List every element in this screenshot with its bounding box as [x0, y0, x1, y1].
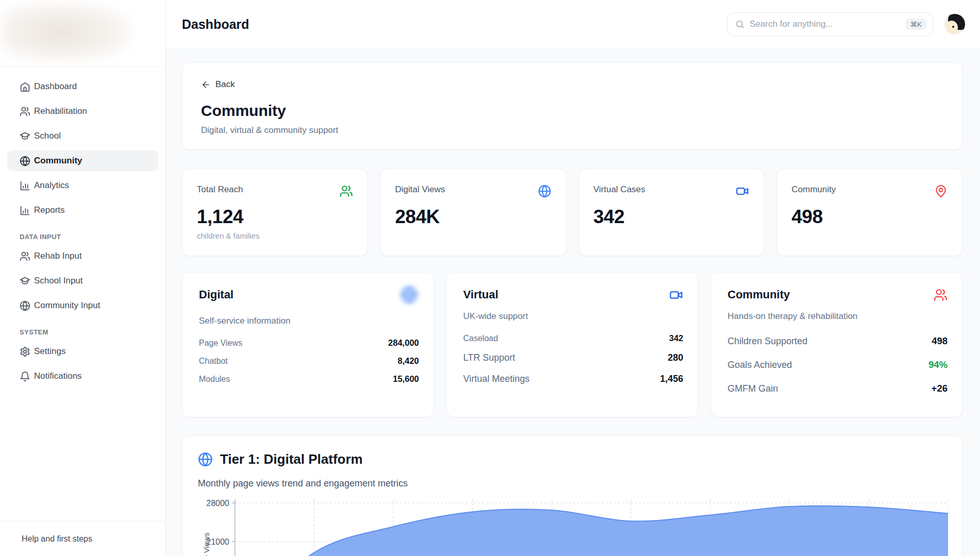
chart-subtitle: Monthly page views trend and engagement … [198, 478, 947, 489]
metric-label: Page Views [199, 339, 242, 348]
stat-label: Digital Views [395, 184, 445, 195]
avatar-eye [952, 26, 954, 28]
bar-chart-icon [20, 205, 30, 216]
sidebar-item-label: School Input [34, 276, 83, 286]
globe-icon [538, 184, 551, 198]
section-title: Community [201, 102, 943, 120]
sidebar-item-reports[interactable]: Reports [7, 200, 158, 221]
metric-label: Chatbot [199, 357, 228, 366]
video-camera-icon [669, 288, 683, 302]
sidebar-footer: Help and first steps [0, 521, 165, 556]
sidebar: Dashboard Rehabilitation School Communit… [0, 0, 166, 556]
stat-value: 342 [594, 206, 750, 228]
search-input[interactable] [750, 19, 905, 29]
stat-cards-row: Total Reach 1,124 children & families Di… [182, 169, 962, 256]
metric-row-children-supported: Children Supported 498 [728, 329, 948, 353]
metric-label: Virtual Meetings [463, 374, 530, 384]
sidebar-item-label: Community Input [34, 300, 100, 311]
stat-value: 1,124 [197, 206, 353, 228]
sidebar-item-label: School [34, 131, 61, 141]
sidebar-section-system: SYSTEM [20, 328, 158, 336]
tier-cards-row: Digital Self-service information Page Vi… [182, 272, 962, 417]
metric-value: 342 [669, 333, 683, 343]
top-bar: Dashboard ⌘K [166, 0, 980, 49]
chart-title: Tier 1: Digital Platform [220, 451, 363, 467]
metric-row-caseload: Caseload 342 [463, 329, 683, 347]
sidebar-item-notifications[interactable]: Notifications [7, 366, 158, 386]
metric-value: 1,456 [660, 374, 683, 384]
stat-value: 498 [791, 206, 948, 228]
metric-value: +26 [932, 383, 948, 394]
tier-card-digital: Digital Self-service information Page Vi… [182, 272, 434, 417]
stat-label: Total Reach [197, 184, 243, 195]
video-camera-icon [736, 184, 749, 198]
app-logo [0, 0, 165, 67]
sidebar-item-settings[interactable]: Settings [7, 341, 158, 362]
tier-card-virtual: Virtual UK-wide support Caseload 342 LTR… [446, 272, 698, 417]
metric-row-virtual-meetings: Virtual Meetings 1,456 [463, 368, 683, 390]
stat-sublabel: children & families [197, 231, 353, 240]
sidebar-item-school[interactable]: School [7, 126, 158, 146]
home-icon [20, 81, 30, 92]
metric-value: 284,000 [388, 338, 419, 348]
sidebar-nav: Dashboard Rehabilitation School Communit… [7, 76, 158, 391]
metric-row-modules: Modules 15,600 [199, 370, 419, 388]
sidebar-section-data-input: DATA INPUT [20, 233, 158, 241]
sidebar-item-label: Rehab Input [34, 251, 82, 261]
tier-subtitle: Hands-on therapy & rehabilitation [728, 311, 948, 322]
users-icon [20, 106, 30, 117]
stat-card-total-reach: Total Reach 1,124 children & families [182, 169, 368, 256]
sidebar-item-label: Settings [34, 346, 65, 357]
gear-icon [20, 346, 30, 357]
sidebar-item-label: Community [34, 156, 82, 166]
metric-value: 8,420 [398, 356, 419, 366]
sidebar-item-community-input[interactable]: Community Input [7, 295, 158, 316]
sidebar-item-community[interactable]: Community [7, 150, 158, 171]
global-search[interactable]: ⌘K [727, 12, 933, 36]
back-button[interactable]: Back [201, 79, 235, 90]
tier1-digital-platform-card: Tier 1: Digital Platform Monthly page vi… [182, 435, 962, 556]
search-icon [735, 20, 745, 29]
stat-card-community: Community 498 [776, 169, 962, 256]
globe-icon-blurred [397, 283, 421, 307]
sidebar-item-school-input[interactable]: School Input [7, 271, 158, 291]
metric-value: 280 [668, 352, 683, 363]
globe-icon [198, 452, 213, 467]
tier-subtitle: Self-service information [199, 316, 419, 326]
user-avatar[interactable] [944, 14, 965, 35]
stat-label: Virtual Cases [594, 184, 646, 195]
sidebar-item-label: Rehabilitation [34, 106, 87, 116]
tier-title: Virtual [463, 288, 498, 301]
users-icon [340, 184, 353, 198]
sidebar-item-label: Reports [34, 205, 65, 215]
metric-row-ltr-support: LTR Support 280 [463, 347, 683, 368]
sidebar-item-label: Analytics [34, 180, 69, 191]
logo-image-blurred [2, 3, 132, 61]
metric-label: GMFM Gain [728, 383, 778, 394]
metric-value: 498 [932, 335, 948, 347]
users-icon [20, 251, 30, 262]
sidebar-item-label: Dashboard [34, 81, 77, 92]
metric-label: Modules [199, 375, 230, 384]
stat-label: Community [791, 184, 836, 195]
tier-subtitle: UK-wide support [463, 311, 683, 322]
svg-text:Page Views: Page Views [202, 533, 211, 556]
section-subtitle: Digital, virtual & community support [201, 125, 943, 136]
sidebar-item-rehab-input[interactable]: Rehab Input [7, 246, 158, 266]
arrow-left-icon [201, 80, 211, 90]
sidebar-item-analytics[interactable]: Analytics [7, 175, 158, 196]
tier-card-community: Community Hands-on therapy & rehabilitat… [711, 272, 962, 417]
graduation-cap-icon [20, 131, 30, 142]
main-content: Back Community Digital, virtual & commun… [166, 49, 980, 556]
stat-card-digital-views: Digital Views 284K [380, 169, 566, 256]
community-page-header-card: Back Community Digital, virtual & commun… [182, 62, 962, 150]
metric-value: 15,600 [393, 374, 419, 384]
sidebar-item-dashboard[interactable]: Dashboard [7, 76, 158, 97]
metric-label: Children Supported [728, 336, 807, 347]
metric-row-chatbot: Chatbot 8,420 [199, 352, 419, 370]
metric-row-gmfm-gain: GMFM Gain +26 [728, 377, 948, 400]
page-views-area-chart: 2800021000Page Views [198, 495, 948, 556]
metric-value: 94% [928, 359, 948, 370]
sidebar-item-rehabilitation[interactable]: Rehabilitation [7, 101, 158, 122]
help-link[interactable]: Help and first steps [22, 534, 92, 544]
